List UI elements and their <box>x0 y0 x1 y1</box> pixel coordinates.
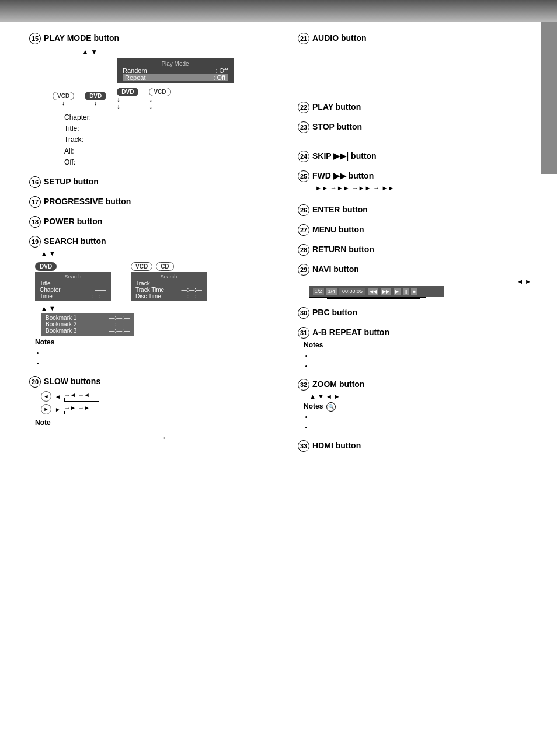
disc-vcd-2: VCD ↓↓ <box>149 87 170 110</box>
fwd-diagram: ►► →►► →►► → ►► <box>315 184 555 196</box>
slow-row-1: ◄ ◄ →◄ →◄ <box>41 391 298 402</box>
repeat-options: Chapter: Title: Track: All: Off: <box>64 112 298 168</box>
right-column: 21 AUDIO button 22 PLAY button 23 STOP b… <box>298 33 555 460</box>
repeat-off: Off: <box>64 157 298 168</box>
section-18-label: POWER button <box>44 217 102 226</box>
notes-bullets-31 <box>313 350 555 371</box>
search-boxes-row: DVD Search Title —— Chapter —— Time —:—:… <box>35 259 298 301</box>
disc-vcd-1: VCD ↓ <box>53 91 74 106</box>
section-15-num: 15 <box>29 33 41 44</box>
section-23-num: 23 <box>298 121 309 133</box>
slow-rew-arrows: →◄ →◄ <box>64 392 99 398</box>
note-32-1 <box>313 412 555 422</box>
section-25-num: 25 <box>298 170 309 182</box>
section-28-title: 28 RETURN button <box>298 244 555 256</box>
play-mode-nav-arrows: ▲ ▼ <box>82 48 298 56</box>
dvd-badge-search: DVD <box>35 262 57 271</box>
dvd-search-chapter-row: Chapter —— <box>40 287 106 293</box>
section-21-title: 21 AUDIO button <box>298 33 555 44</box>
fwd-arrows-line: ►► →►► →►► → ►► <box>315 184 555 191</box>
section-15-title: 15 PLAY MODE button <box>29 33 298 44</box>
section-30-title: 30 PBC button <box>298 307 555 319</box>
section-25: 25 FWD ▶▶ button ►► →►► →►► → ►► <box>298 170 555 196</box>
repeat-track: Track: <box>64 134 298 145</box>
section-16: 16 SETUP button <box>29 176 298 188</box>
section-18: 18 POWER button <box>29 216 298 228</box>
search-icon-32: 🔍 <box>326 402 336 412</box>
fwd-arrow-4: → ►► <box>373 184 394 191</box>
section-28: 28 RETURN button <box>298 244 555 256</box>
right-accent-bar <box>541 22 557 174</box>
slow-fwd-bracket <box>64 411 99 414</box>
vcd-cd-badges: VCD CD <box>131 259 207 271</box>
note-31-1 <box>313 350 555 361</box>
section-21-num: 21 <box>298 33 309 44</box>
note-19-2 <box>44 358 298 368</box>
vcd-search-disctime-row: Disc Time —:—:— <box>135 293 202 299</box>
navi-play-btn: ▶ <box>394 288 401 295</box>
arrow-down-1: ↓ <box>53 100 74 106</box>
stop-spacer <box>298 135 555 142</box>
slow-rew-seq: →◄ →◄ <box>64 392 99 402</box>
arrow-down-2: ↓ <box>85 100 106 106</box>
vcd-search-group: VCD CD Search Track —— Track Time —:—:— … <box>131 259 207 301</box>
repeat-title: Title: <box>64 123 298 134</box>
slow-fwd-arrows: →► →► <box>64 405 99 411</box>
note-19-1 <box>44 347 298 358</box>
zoom-nav-arrows: ▲ ▼ ◄ ► <box>309 393 555 400</box>
section-16-title: 16 SETUP button <box>29 176 298 188</box>
vcd-search-track-row: Track —— <box>135 280 202 287</box>
slow-diagram: ◄ ◄ →◄ →◄ ► ► →► <box>41 391 298 414</box>
note-32-2 <box>313 422 555 433</box>
disc-badges-row: VCD ↓ DVD ↓ DVD ↓↓ VCD ↓↓ <box>53 87 298 110</box>
section-31-title: 31 A-B REPEAT button <box>298 327 555 339</box>
navi-nav-arrows: ◄ ► <box>309 278 555 285</box>
section-31-notes: Notes <box>304 341 555 371</box>
section-15: 15 PLAY MODE button ▲ ▼ Play Mode Random… <box>29 33 298 168</box>
vcd-search-box: Search Track —— Track Time —:—:— Disc Ti… <box>131 272 207 301</box>
disc-dvd-2: DVD ↓↓ <box>117 87 138 110</box>
pm-row-random: Random : Off <box>123 67 228 74</box>
dvd-search-time-row: Time —:—:— <box>40 293 106 299</box>
section-20-title: 20 SLOW buttons <box>29 376 298 388</box>
section-23-title: 23 STOP button <box>298 121 555 133</box>
navi-fraction: 1/4 <box>326 288 337 295</box>
section-28-num: 28 <box>298 244 309 256</box>
section-24-label: SKIP ▶▶| button <box>312 151 377 161</box>
section-27-label: MENU button <box>312 225 364 234</box>
bookmark-diagram: Bookmark 1—:—:— Bookmark 2—:—:— Bookmark… <box>41 313 298 336</box>
disc-dvd-1: DVD ↓ <box>85 91 106 106</box>
slow-fwd-seq: →► →► <box>64 405 99 414</box>
page-dot-area: • <box>29 435 298 447</box>
section-29-label: NAVI button <box>312 264 359 274</box>
section-23-label: STOP button <box>312 122 362 131</box>
notes-label-31: Notes <box>304 341 555 349</box>
section-19-num: 19 <box>29 236 41 248</box>
section-22-label: PLAY button <box>312 102 361 112</box>
pm-row-repeat: Repeat : Off <box>123 74 228 81</box>
slow-row-2: ► ► →► →► <box>41 404 298 414</box>
play-mode-diagram: ▲ ▼ Play Mode Random : Off Repeat : Off <box>47 48 298 168</box>
dvd-search-box: Search Title —— Chapter —— Time —:—:— <box>35 272 111 301</box>
vcd-search-title: Search <box>135 274 202 280</box>
section-22: 22 PLAY button <box>298 102 555 113</box>
fwd-arrow-1: ►► <box>315 184 328 191</box>
section-26-num: 26 <box>298 204 309 216</box>
section-20-note: Note <box>35 418 298 427</box>
section-26-title: 26 ENTER button <box>298 204 555 216</box>
cd-badge-search: CD <box>156 262 173 271</box>
navi-time: 00:00:05 <box>339 288 365 295</box>
pm-random-value: : Off <box>215 67 228 74</box>
dvd-search-group: DVD Search Title —— Chapter —— Time —:—:… <box>35 259 111 301</box>
section-18-num: 18 <box>29 216 41 228</box>
bookmark-nav-arrows: ▲ ▼ <box>41 305 298 312</box>
section-16-num: 16 <box>29 176 41 188</box>
section-21-label: AUDIO button <box>312 33 367 43</box>
section-22-num: 22 <box>298 102 309 113</box>
notes-bullets-19 <box>44 347 298 368</box>
section-32-num: 32 <box>298 379 309 391</box>
section-32: 32 ZOOM button ▲ ▼ ◄ ► Notes 🔍 <box>298 379 555 432</box>
section-27-title: 27 MENU button <box>298 224 555 236</box>
notes-header-32: Notes 🔍 <box>304 402 555 412</box>
section-29-num: 29 <box>298 264 309 276</box>
